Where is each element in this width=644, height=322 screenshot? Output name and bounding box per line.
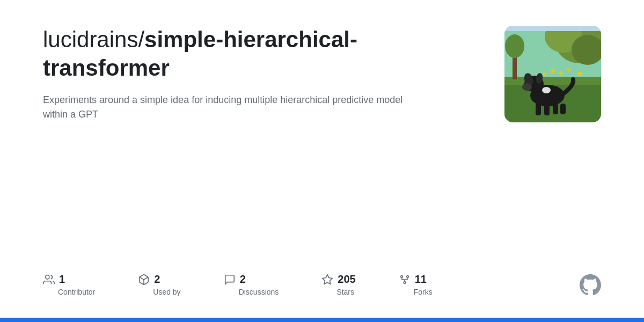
forks-value: 11 (415, 273, 427, 286)
svg-point-30 (400, 275, 402, 277)
repo-title-section: lucidrains/simple-hierarchical-transform… (43, 26, 504, 122)
repo-title: lucidrains/simple-hierarchical-transform… (43, 26, 472, 82)
star-icon (321, 274, 333, 286)
svg-point-22 (542, 87, 551, 93)
avatar (504, 26, 601, 122)
used-by-value: 2 (154, 273, 160, 286)
stars-value: 205 (338, 273, 355, 286)
svg-marker-28 (323, 274, 332, 283)
stat-forks-top: 11 (399, 273, 427, 286)
fork-icon (399, 274, 411, 286)
stat-forks[interactable]: 11 Forks (399, 273, 433, 296)
stat-discussions-top: 2 (224, 273, 246, 286)
stat-stars-top: 205 (321, 273, 355, 286)
stat-contributor[interactable]: 1 Contributor (43, 273, 95, 296)
stat-used-by[interactable]: 2 Used by (138, 273, 180, 296)
stars-label: Stars (336, 288, 354, 296)
svg-point-6 (559, 71, 563, 75)
svg-rect-19 (544, 104, 550, 115)
repo-header: lucidrains/simple-hierarchical-transform… (43, 26, 601, 122)
used-by-label: Used by (153, 288, 180, 296)
svg-rect-20 (553, 104, 558, 114)
stat-stars[interactable]: 205 Stars (321, 273, 355, 296)
contributor-value: 1 (59, 273, 65, 286)
package-icon (138, 274, 150, 286)
bottom-bar (0, 318, 644, 322)
svg-point-8 (567, 68, 570, 71)
github-logo[interactable] (580, 274, 601, 296)
svg-point-31 (406, 275, 408, 277)
stat-contributor-top: 1 (43, 273, 65, 286)
svg-point-17 (522, 83, 532, 91)
discussions-value: 2 (240, 273, 246, 286)
svg-point-4 (551, 69, 555, 74)
svg-rect-12 (504, 77, 601, 85)
svg-point-9 (577, 72, 582, 76)
svg-rect-23 (504, 26, 601, 31)
repo-description: Experiments around a simple idea for ind… (43, 93, 419, 122)
forks-label: Forks (414, 288, 433, 296)
svg-point-29 (404, 281, 406, 283)
stat-discussions[interactable]: 2 Discussions (224, 273, 279, 296)
contributor-label: Contributor (58, 288, 95, 296)
stats-row: 1 Contributor 2 Used by (43, 262, 601, 296)
people-icon (43, 274, 55, 286)
svg-rect-18 (536, 104, 541, 115)
svg-point-25 (505, 34, 524, 58)
repo-owner[interactable]: lucidrains/ (43, 27, 144, 52)
svg-point-5 (543, 72, 546, 76)
stat-used-by-top: 2 (138, 273, 160, 286)
discussions-icon (224, 274, 236, 286)
svg-rect-21 (560, 104, 566, 114)
discussions-label: Discussions (239, 288, 279, 296)
svg-point-26 (46, 275, 49, 279)
